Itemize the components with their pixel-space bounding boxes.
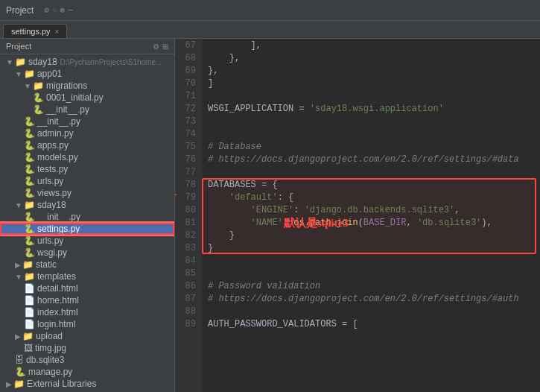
code-content: ➤ 默认是sqlite3 ], }, }, ] [202, 39, 540, 392]
star-icon[interactable]: ☆ [52, 5, 57, 15]
code-line-69: }, [208, 64, 534, 77]
tree-item-timg[interactable]: 🖼 timg.jpg [0, 342, 174, 354]
py-file-icon: 🐍 [24, 212, 35, 222]
panel-expand-icon[interactable]: ⊞ [162, 42, 168, 51]
tree-item-migrations[interactable]: ▼ 📁 migrations [0, 80, 174, 92]
title-bar-left: Project ⚙ ☆ ⊕ — [6, 5, 73, 16]
py-file-icon: 🐍 [24, 188, 35, 198]
code-line-75: # Database [208, 140, 534, 153]
tree-label: models.py [37, 152, 78, 162]
title-bar: Project ⚙ ☆ ⊕ — [0, 0, 540, 21]
add-icon[interactable]: ⊕ [60, 5, 66, 15]
tree-item-external-libs[interactable]: ▶ 📁 External Libraries [0, 378, 174, 390]
code-line-82: } [208, 229, 534, 241]
tree-label: __init__.py [37, 212, 80, 222]
py-file-icon: 🐍 [24, 235, 35, 246]
tree-item-index[interactable]: 📄 index.html [0, 306, 174, 318]
tree-item-static[interactable]: ▶ 📁 static [0, 259, 174, 271]
tree-item-init-mig[interactable]: 🐍 __init__.py [0, 104, 174, 116]
tree-label: urls.py [37, 235, 63, 246]
tree-label: upload [36, 331, 63, 341]
arrow-icon: ▼ [15, 70, 22, 78]
project-tree: ▼ 📁 sday18 D:\PycharmProjects\S1home... … [0, 54, 174, 391]
folder-icon: 📁 [24, 271, 35, 282]
panel-settings-icon[interactable]: ⚙ [153, 42, 159, 51]
py-file-icon: 🐍 [24, 152, 35, 162]
title-bar-icons: ⚙ ☆ ⊕ — [44, 5, 72, 15]
tree-item-init-sday[interactable]: 🐍 __init__.py [0, 211, 174, 223]
arrow-icon: ▼ [15, 201, 22, 209]
tree-label: __init__.py [37, 116, 80, 127]
tree-item-urls-app[interactable]: 🐍 urls.py [0, 175, 174, 187]
arrow-icon: ▶ [6, 380, 12, 388]
tab-settings-py[interactable]: settings.py × [3, 24, 67, 38]
tab-bar: settings.py × [0, 21, 540, 39]
tree-item-app01[interactable]: ▼ 📁 app01 [0, 68, 174, 80]
tree-label: home.html [37, 295, 79, 306]
code-line-81: 'NAME': os.path.join(BASE_DIR, 'db.sqlit… [208, 216, 534, 229]
tree-item-templates[interactable]: ▼ 📁 templates [0, 271, 174, 282]
tree-item-manage[interactable]: 🐍 manage.py [0, 366, 174, 378]
tree-item-init-app[interactable]: 🐍 __init__.py [0, 116, 174, 127]
tree-label: timg.jpg [35, 343, 66, 353]
tree-item-login[interactable]: 📄 login.html [0, 318, 174, 330]
line-num-74: 74 [181, 127, 196, 140]
tree-item-sday18-root[interactable]: ▼ 📁 sday18 D:\PycharmProjects\S1home... [0, 56, 174, 68]
editor-panel[interactable]: 67 68 69 70 71 72 73 74 75 76 77 78 79 8… [175, 39, 540, 392]
project-panel[interactable]: Project ⚙ ⊞ ▼ 📁 sday18 D:\PycharmProject… [0, 39, 175, 392]
py-file-icon: 🐍 [24, 128, 35, 139]
line-num-83: 83 [181, 241, 196, 254]
tree-item-apps[interactable]: 🐍 apps.py [0, 139, 174, 151]
tree-label: sday18 [37, 200, 66, 210]
tree-item-models[interactable]: 🐍 models.py [0, 151, 174, 163]
line-num-68: 68 [181, 51, 196, 64]
code-line-84 [208, 254, 534, 267]
line-num-85: 85 [181, 267, 196, 279]
tree-item-detail[interactable]: 📄 detail.html [0, 282, 174, 294]
project-label: Project [6, 5, 34, 16]
code-line-72: WSGI_APPLICATION = 'sday18.wsgi.applicat… [208, 102, 534, 115]
line-num-88: 88 [181, 305, 196, 317]
line-num-72: 72 [181, 102, 196, 115]
py-file-icon: 🐍 [33, 92, 44, 103]
line-num-82: 82 [181, 229, 196, 241]
arrow-icon: ▶ [15, 332, 21, 341]
line-num-70: 70 [181, 77, 196, 89]
code-line-71 [208, 89, 534, 102]
code-line-83: } [208, 241, 534, 254]
py-file-icon: 🐍 [24, 176, 35, 186]
code-line-80: 'ENGINE': 'django.db.backends.sqlite3', [208, 203, 534, 216]
line-num-79: 79 [181, 191, 196, 203]
tree-item-views[interactable]: 🐍 views.py [0, 187, 174, 199]
tree-item-admin[interactable]: 🐍 admin.py [0, 127, 174, 139]
line-num-86: 86 [181, 279, 196, 292]
py-file-icon: 🐍 [24, 140, 35, 151]
tree-item-sday18-sub[interactable]: ▼ 📁 sday18 [0, 199, 174, 211]
minimize-icon[interactable]: — [68, 5, 73, 15]
tree-label: db.sqlite3 [26, 355, 64, 365]
main-layout: Project ⚙ ⊞ ▼ 📁 sday18 D:\PycharmProject… [0, 39, 540, 392]
tree-label: static [36, 259, 57, 270]
tab-close-icon[interactable]: × [55, 28, 60, 36]
tree-item-home[interactable]: 📄 home.html [0, 294, 174, 306]
tree-item-0001[interactable]: 🐍 0001_initial.py [0, 92, 174, 104]
py-file-icon: 🐍 [24, 224, 35, 234]
tree-label: tests.py [37, 164, 68, 174]
code-line-85 [208, 267, 534, 279]
code-line-76: # https://docs.djangoproject.com/en/2.0/… [208, 153, 534, 165]
folder-icon: 📁 [33, 80, 44, 91]
line-num-87: 87 [181, 292, 196, 305]
line-num-71: 71 [181, 89, 196, 102]
tree-label: manage.py [28, 367, 72, 377]
tree-item-urls-sday[interactable]: 🐍 urls.py [0, 235, 174, 247]
arrow-icon: ▶ [15, 261, 21, 269]
tree-item-tests[interactable]: 🐍 tests.py [0, 163, 174, 175]
tree-item-upload[interactable]: ▶ 📁 upload [0, 330, 174, 342]
settings-icon[interactable]: ⚙ [44, 5, 49, 15]
tree-item-settings[interactable]: 🐍 settings.py [0, 223, 174, 235]
panel-header: Project ⚙ ⊞ [0, 39, 174, 54]
tree-item-db[interactable]: 🗄 db.sqlite3 [0, 354, 174, 366]
html-file-icon: 📄 [24, 319, 35, 329]
tree-label: login.html [37, 319, 75, 329]
tree-item-wsgi[interactable]: 🐍 wsgi.py [0, 247, 174, 259]
